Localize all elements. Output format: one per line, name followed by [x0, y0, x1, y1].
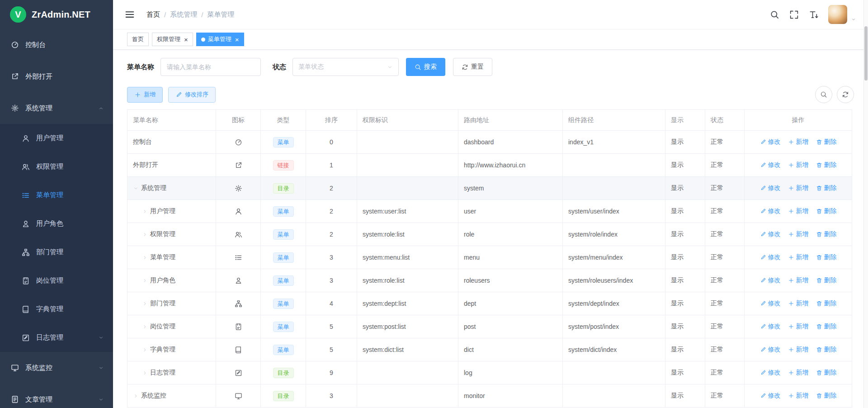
add-link[interactable]: 新增 — [788, 323, 809, 331]
chevron-down-icon[interactable] — [851, 17, 856, 22]
caret-right-icon[interactable] — [142, 301, 148, 307]
sidebar-item[interactable]: 权限管理 — [0, 152, 113, 181]
font-size-icon[interactable] — [809, 10, 818, 19]
add-link[interactable]: 新增 — [788, 369, 809, 377]
log-icon — [222, 369, 255, 377]
close-icon[interactable]: × — [184, 36, 188, 43]
sidebar-item[interactable]: 系统监控 — [0, 352, 113, 384]
delete-link[interactable]: 删除 — [816, 230, 837, 238]
add-link[interactable]: 新增 — [788, 299, 809, 308]
add-link-label: 新增 — [796, 276, 809, 285]
search-icon[interactable] — [770, 10, 779, 19]
add-link[interactable]: 新增 — [788, 253, 809, 261]
edit-icon — [760, 393, 766, 399]
breadcrumb-item[interactable]: 系统管理 — [170, 10, 197, 19]
edit-icon — [760, 208, 766, 214]
edit-link[interactable]: 修改 — [760, 392, 781, 400]
user-avatar[interactable] — [828, 5, 847, 24]
add-link[interactable]: 新增 — [788, 207, 809, 215]
add-link[interactable]: 新增 — [788, 230, 809, 238]
table-search-button[interactable] — [815, 86, 832, 103]
caret-right-icon[interactable] — [142, 324, 148, 330]
edit-link[interactable]: 修改 — [760, 346, 781, 354]
delete-link[interactable]: 删除 — [816, 276, 837, 285]
edit-link[interactable]: 修改 — [760, 369, 781, 377]
delete-link[interactable]: 删除 — [816, 323, 837, 331]
ops-cell: 修改新增删除 — [745, 223, 852, 246]
chevron-down-icon — [387, 64, 393, 70]
chevron-down-icon — [98, 397, 104, 403]
status-select[interactable]: 菜单状态 — [292, 58, 399, 76]
edit-link[interactable]: 修改 — [760, 323, 781, 331]
breadcrumb-item[interactable]: 首页 — [146, 10, 160, 19]
sidebar-item[interactable]: 岗位管理 — [0, 266, 113, 295]
edit-link[interactable]: 修改 — [760, 276, 781, 285]
table-refresh-button[interactable] — [837, 86, 854, 103]
close-icon[interactable]: × — [235, 36, 239, 43]
reset-button[interactable]: 重置 — [453, 58, 492, 76]
delete-link[interactable]: 删除 — [816, 161, 837, 169]
delete-link[interactable]: 删除 — [816, 369, 837, 377]
view-tab[interactable]: 首页 — [127, 33, 149, 46]
add-link[interactable]: 新增 — [788, 184, 809, 192]
caret-down-icon[interactable] — [133, 185, 139, 191]
refresh-icon — [842, 91, 849, 98]
delete-link[interactable]: 删除 — [816, 392, 837, 400]
delete-link[interactable]: 删除 — [816, 138, 837, 146]
edit-link[interactable]: 修改 — [760, 207, 781, 215]
add-link[interactable]: 新增 — [788, 138, 809, 146]
sidebar-item[interactable]: 文章管理 — [0, 384, 113, 408]
sidebar-item[interactable]: 控制台 — [0, 29, 113, 61]
caret-right-icon[interactable] — [142, 209, 148, 214]
caret-right-icon[interactable] — [142, 255, 148, 261]
sidebar-item[interactable]: 用户管理 — [0, 124, 113, 152]
delete-link[interactable]: 删除 — [816, 346, 837, 354]
hamburger-icon[interactable] — [125, 9, 135, 19]
sidebar-item[interactable]: 部门管理 — [0, 238, 113, 266]
menu-type-cell: 菜单 — [261, 223, 306, 246]
app-logo[interactable]: V ZrAdmin.NET — [0, 0, 113, 29]
edit-icon — [760, 185, 766, 191]
delete-link[interactable]: 删除 — [816, 299, 837, 308]
scrollbar-thumb[interactable] — [864, 26, 868, 81]
sidebar-item[interactable]: 系统管理 — [0, 92, 113, 124]
delete-link[interactable]: 删除 — [816, 253, 837, 261]
sort-button[interactable]: 修改排序 — [168, 87, 216, 103]
menu-type-cell: 链接 — [261, 154, 306, 177]
edit-link[interactable]: 修改 — [760, 161, 781, 169]
content: 菜单名称 状态 菜单状态 搜索 重置 新增 — [113, 50, 868, 408]
add-link[interactable]: 新增 — [788, 392, 809, 400]
caret-right-icon[interactable] — [142, 347, 148, 353]
sidebar-item[interactable]: 外部打开 — [0, 61, 113, 92]
sidebar-item[interactable]: 字典管理 — [0, 295, 113, 323]
sidebar-item[interactable]: 菜单管理 — [0, 181, 113, 209]
menu-name-input[interactable] — [160, 58, 261, 76]
plus-icon — [788, 185, 794, 191]
edit-link[interactable]: 修改 — [760, 230, 781, 238]
sidebar-item[interactable]: 日志管理 — [0, 323, 113, 352]
caret-right-icon[interactable] — [142, 370, 148, 376]
add-button[interactable]: 新增 — [127, 87, 163, 103]
page-scrollbar[interactable] — [863, 0, 868, 408]
view-tab[interactable]: 权限管理× — [152, 33, 193, 46]
add-link[interactable]: 新增 — [788, 346, 809, 354]
edit-link[interactable]: 修改 — [760, 299, 781, 308]
caret-right-icon[interactable] — [142, 278, 148, 284]
caret-right-icon[interactable] — [142, 232, 148, 237]
caret-right-icon[interactable] — [133, 393, 139, 399]
table-row: 字典管理菜单5system:dict:listdictsystem/dict/i… — [127, 338, 852, 361]
search-button[interactable]: 搜索 — [406, 58, 445, 76]
post-icon — [222, 323, 255, 331]
add-link-label: 新增 — [796, 299, 809, 308]
delete-link[interactable]: 删除 — [816, 207, 837, 215]
edit-link[interactable]: 修改 — [760, 253, 781, 261]
fullscreen-icon[interactable] — [789, 10, 799, 19]
add-link[interactable]: 新增 — [788, 276, 809, 285]
edit-link[interactable]: 修改 — [760, 138, 781, 146]
delete-link[interactable]: 删除 — [816, 184, 837, 192]
add-link[interactable]: 新增 — [788, 161, 809, 169]
sidebar-item[interactable]: 用户角色 — [0, 209, 113, 238]
edit-link[interactable]: 修改 — [760, 184, 781, 192]
sort-cell: 4 — [306, 292, 357, 315]
view-tab[interactable]: 菜单管理× — [196, 33, 244, 46]
